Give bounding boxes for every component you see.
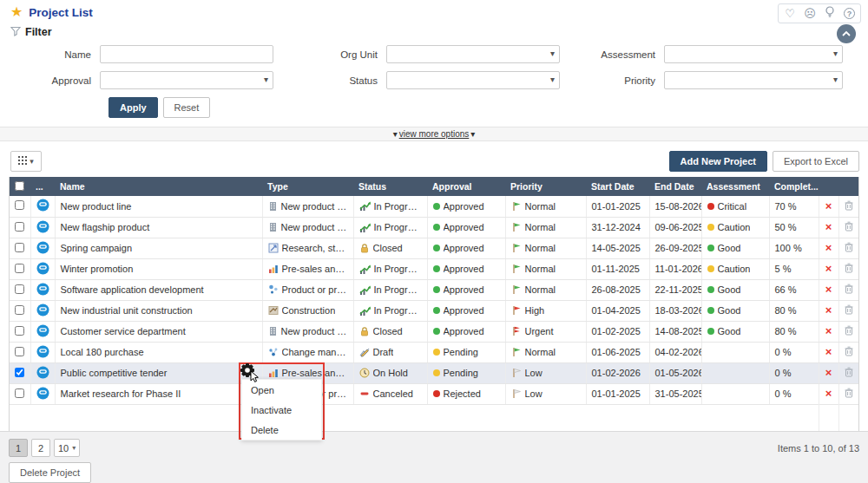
view-options-button[interactable]: ▾	[10, 151, 42, 172]
record-icon[interactable]	[36, 241, 49, 254]
trash-icon[interactable]	[845, 223, 853, 233]
row-checkbox[interactable]	[15, 347, 24, 356]
remove-icon[interactable]: ×	[825, 304, 832, 317]
end-date: 11-01-2026	[649, 258, 701, 279]
remove-icon[interactable]: ×	[825, 283, 832, 296]
delete-project-button[interactable]: Delete Project	[9, 462, 91, 483]
trash-icon[interactable]	[845, 348, 853, 358]
row-checkbox[interactable]	[15, 388, 24, 398]
start-date: 01-01-2025	[586, 196, 649, 217]
trash-icon[interactable]	[845, 244, 853, 254]
cursor-icon	[251, 371, 258, 382]
start-date: 26-08-2025	[586, 279, 649, 300]
page-title: Project List	[29, 6, 93, 19]
building-icon	[268, 201, 278, 212]
row-checkbox[interactable]	[15, 305, 24, 315]
remove-icon[interactable]: ×	[825, 220, 832, 233]
completion-percent: 100 %	[769, 238, 819, 258]
chevron-up-icon	[841, 29, 852, 39]
remove-icon[interactable]: ×	[825, 366, 832, 379]
trash-icon[interactable]	[845, 327, 853, 337]
context-menu-item-inactivate[interactable]: Inactivate	[242, 400, 321, 420]
help-icon[interactable]: ?	[844, 8, 855, 19]
end-date: 01-05-2026	[649, 362, 701, 383]
status-filter-select[interactable]: ▾	[386, 71, 560, 89]
table-row: Customer service department New product …	[10, 321, 858, 342]
row-checkbox[interactable]	[15, 243, 24, 252]
favorite-star-icon[interactable]: ★	[10, 5, 23, 19]
record-icon[interactable]	[36, 283, 49, 296]
name-filter-input[interactable]	[100, 45, 273, 63]
trash-icon[interactable]	[845, 264, 853, 275]
page-button-2[interactable]: 2	[31, 439, 50, 457]
record-icon[interactable]	[36, 262, 49, 275]
record-icon[interactable]	[36, 345, 49, 358]
page-header: ★ Project List	[0, 0, 868, 19]
reset-button[interactable]: Reset	[163, 97, 211, 118]
add-new-project-button[interactable]: Add New Project	[669, 151, 767, 172]
approval-filter-select[interactable]: ▾	[100, 71, 273, 89]
assessment-column-header[interactable]: Assessment	[701, 177, 769, 196]
page-size-select[interactable]: 10▾	[54, 439, 80, 457]
trash-icon[interactable]	[845, 306, 853, 317]
row-checkbox[interactable]	[15, 284, 24, 294]
record-icon[interactable]	[36, 199, 49, 212]
sad-face-icon[interactable]: ☹	[804, 8, 816, 20]
remove-icon[interactable]: ×	[825, 241, 832, 254]
export-to-excel-button[interactable]: Export to Excel	[773, 151, 859, 172]
completion-percent: 5 %	[769, 258, 819, 279]
record-icon[interactable]	[36, 220, 49, 233]
remove-icon[interactable]: ×	[825, 199, 832, 212]
apply-button[interactable]: Apply	[108, 97, 158, 118]
completion-column-header[interactable]: Complet...	[769, 177, 819, 196]
name-column-header[interactable]: Name	[55, 177, 262, 196]
approval-status-dot	[433, 307, 440, 314]
table-row: Winter promotion Pre-sales and commerci.…	[10, 258, 858, 279]
collapse-filter-button[interactable]	[837, 24, 856, 43]
flag-green-icon	[511, 201, 522, 212]
remove-icon[interactable]: ×	[825, 262, 832, 275]
priority-filter-select[interactable]: ▾	[664, 71, 843, 89]
org-unit-filter-select[interactable]: ▾	[386, 45, 560, 63]
page-button-1[interactable]: 1	[9, 439, 28, 457]
record-icon[interactable]	[36, 304, 49, 317]
row-checkbox[interactable]	[15, 200, 24, 210]
assessment-filter-select[interactable]: ▾	[664, 45, 843, 63]
end-date-column-header[interactable]: End Date	[649, 177, 701, 196]
project-list-page: ★ Project List ♡ ☹ ? Filter Name Org Uni…	[0, 0, 868, 483]
remove-icon[interactable]: ×	[825, 324, 832, 337]
assessment-status-dot	[707, 203, 714, 210]
start-date-column-header[interactable]: Start Date	[586, 177, 649, 196]
row-checkbox[interactable]	[15, 326, 24, 336]
assessment-status-dot	[707, 265, 714, 272]
approval-status-dot	[433, 369, 440, 376]
remove-icon[interactable]: ×	[825, 387, 832, 400]
trend-up-icon	[359, 285, 371, 295]
remove-icon[interactable]: ×	[825, 345, 832, 358]
end-date: 14-08-2025	[649, 321, 701, 342]
trash-icon[interactable]	[845, 389, 853, 400]
trash-icon[interactable]	[845, 202, 853, 212]
type-column-header[interactable]: Type	[262, 177, 353, 196]
lightbulb-icon[interactable]	[824, 6, 836, 21]
record-icon[interactable]	[36, 387, 49, 400]
row-checkbox[interactable]	[15, 222, 24, 232]
trash-icon[interactable]	[845, 369, 853, 379]
caret-down-icon: ▾	[550, 75, 555, 84]
heart-icon[interactable]: ♡	[784, 8, 796, 20]
row-checkbox[interactable]	[15, 368, 24, 377]
record-icon[interactable]	[36, 366, 49, 379]
context-menu-item-delete[interactable]: Delete	[242, 420, 321, 440]
lock-icon	[359, 326, 370, 336]
row-actions-gear[interactable]	[240, 362, 262, 385]
trash-icon[interactable]	[845, 285, 853, 296]
priority-column-header[interactable]: Priority	[505, 177, 586, 196]
completion-percent: 0 %	[769, 362, 819, 383]
view-more-options-link[interactable]: ▾view more options▾	[393, 129, 476, 139]
approval-column-header[interactable]: Approval	[427, 177, 505, 196]
approval-status-dot	[433, 349, 440, 356]
row-checkbox[interactable]	[15, 264, 24, 273]
record-icon[interactable]	[36, 324, 49, 337]
status-column-header[interactable]: Status	[353, 177, 427, 196]
select-all-checkbox[interactable]	[15, 181, 24, 191]
